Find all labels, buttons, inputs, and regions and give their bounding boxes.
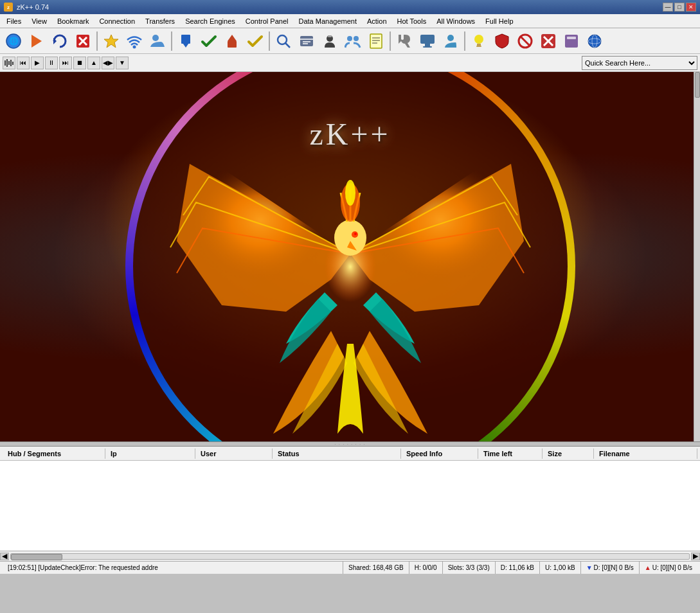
upload-button[interactable] xyxy=(221,30,243,52)
svg-rect-48 xyxy=(10,60,12,66)
pack-button[interactable] xyxy=(561,30,582,52)
maximize-button[interactable]: □ xyxy=(674,3,685,12)
transport-down[interactable]: ▼ xyxy=(116,57,129,69)
status-download: D: 11,06 kB xyxy=(496,562,540,574)
status-log: [19:02:51] [UpdateCheck]Error: The reque… xyxy=(3,562,343,574)
svg-rect-41 xyxy=(567,37,576,39)
transport-prev-next[interactable]: ◀▶ xyxy=(102,57,114,69)
toolbar-separator-3 xyxy=(269,31,270,51)
main-content: zK++ xyxy=(0,72,700,441)
svg-point-55 xyxy=(345,180,355,206)
resize-handle[interactable]: · · · · · · · · xyxy=(0,441,700,447)
download-button[interactable] xyxy=(175,30,197,52)
svg-marker-7 xyxy=(104,35,118,48)
svg-point-31 xyxy=(447,35,454,41)
menu-files[interactable]: Files xyxy=(1,16,26,26)
scroll-left-button[interactable]: ◀ xyxy=(0,553,9,560)
col-filename: Filename xyxy=(594,449,697,459)
svg-point-9 xyxy=(152,35,159,41)
users-button[interactable] xyxy=(342,30,364,52)
usermgr-button[interactable] xyxy=(440,30,462,52)
app-icon: z xyxy=(4,3,13,12)
svg-marker-12 xyxy=(228,35,237,41)
lamp-button[interactable] xyxy=(468,30,490,52)
menu-transfers[interactable]: Transfers xyxy=(140,16,180,26)
check-queue-button[interactable] xyxy=(198,30,220,52)
transport-skip-forward[interactable]: ⏭ xyxy=(59,57,72,69)
status-slots: Slots: 3/3 (3/3) xyxy=(443,562,496,574)
reconnect-button[interactable] xyxy=(49,30,71,52)
minimize-button[interactable]: — xyxy=(663,3,673,12)
menu-view[interactable]: View xyxy=(26,16,52,26)
svg-point-53 xyxy=(354,233,357,235)
menu-all-windows[interactable]: All Windows xyxy=(431,16,480,26)
toolbar-separator-4 xyxy=(390,31,391,51)
search-spy-button[interactable] xyxy=(296,30,318,52)
globe-button[interactable] xyxy=(584,30,606,52)
svg-rect-46 xyxy=(6,59,8,67)
quick-connect-button[interactable] xyxy=(26,30,48,52)
transfer-table-header: Hub / Segments Ip User Status Speed Info… xyxy=(0,447,700,461)
menu-control-panel[interactable]: Control Panel xyxy=(240,16,294,26)
menu-bar: Files View Bookmark Connection Transfers… xyxy=(0,14,700,28)
notepad-button[interactable] xyxy=(365,30,387,52)
svg-rect-45 xyxy=(4,60,6,66)
transport-up[interactable]: ▲ xyxy=(87,57,100,69)
svg-point-42 xyxy=(588,35,601,48)
svg-line-15 xyxy=(285,43,290,48)
menu-hot-tools[interactable]: Hot Tools xyxy=(392,16,432,26)
close-button[interactable]: ✕ xyxy=(686,3,696,12)
svg-marker-11 xyxy=(181,41,190,48)
status-dl-status: ▼ D: [0][N] 0 B/s xyxy=(581,562,640,574)
status-bar: [19:02:51] [UpdateCheck]Error: The reque… xyxy=(0,561,700,574)
favorite-dirs-button[interactable] xyxy=(100,30,122,52)
toolbar-separator-2 xyxy=(171,31,172,51)
network-button[interactable] xyxy=(417,30,438,52)
check-upload-button[interactable] xyxy=(244,30,266,52)
transport-bar: ⏮ ▶ ⏸ ⏭ ⏹ ▲ ◀▶ ▼ Quick Search Here... xyxy=(0,54,700,72)
transfer-table-body[interactable] xyxy=(0,461,700,551)
splash-background: zK++ xyxy=(0,72,700,441)
svg-point-23 xyxy=(354,36,359,41)
col-hub-segments: Hub / Segments xyxy=(3,449,105,459)
svg-rect-47 xyxy=(8,61,10,65)
transport-skip-back[interactable]: ⏮ xyxy=(17,57,30,69)
search-button[interactable] xyxy=(273,30,294,52)
svg-rect-16 xyxy=(300,36,313,46)
status-ul-status: ▲ U: [0][N] 0 B/s xyxy=(640,562,697,574)
menu-search-engines[interactable]: Search Engines xyxy=(180,16,240,26)
wifi-button[interactable] xyxy=(123,30,145,52)
scroll-right-button[interactable]: ▶ xyxy=(691,553,700,560)
menu-connection[interactable]: Connection xyxy=(94,16,140,26)
userlist-button[interactable] xyxy=(147,30,168,52)
transport-pause[interactable]: ⏸ xyxy=(45,57,58,69)
svg-rect-13 xyxy=(228,41,237,48)
splash-title: zK++ xyxy=(309,116,390,152)
svg-rect-21 xyxy=(328,35,332,37)
toolbar-separator-5 xyxy=(464,31,465,51)
status-upload: U: 1,00 kB xyxy=(540,562,581,574)
menu-bookmark[interactable]: Bookmark xyxy=(52,16,94,26)
remove-button[interactable] xyxy=(537,30,559,52)
agent-button[interactable] xyxy=(319,30,341,52)
svg-point-32 xyxy=(474,35,483,44)
tools-button[interactable] xyxy=(393,30,415,52)
menu-full-help[interactable]: Full Help xyxy=(480,16,518,26)
menu-action[interactable]: Action xyxy=(362,16,392,26)
shield-button[interactable] xyxy=(491,30,513,52)
svg-point-22 xyxy=(347,36,352,41)
col-ip: Ip xyxy=(105,449,195,459)
menu-data-management[interactable]: Data Management xyxy=(293,16,362,26)
svg-marker-2 xyxy=(31,35,42,48)
scroll-thumb[interactable] xyxy=(11,554,62,560)
svg-rect-34 xyxy=(476,46,481,47)
svg-text:🌐: 🌐 xyxy=(9,36,19,46)
horizontal-scrollbar[interactable]: ◀ ▶ xyxy=(0,551,700,561)
ban-button[interactable] xyxy=(514,30,536,52)
transport-stop[interactable]: ⏹ xyxy=(73,57,86,69)
transport-play[interactable]: ▶ xyxy=(31,57,44,69)
quick-search-input[interactable]: Quick Search Here... xyxy=(582,56,697,70)
new-connection-button[interactable]: 🌐 xyxy=(3,30,24,52)
col-status: Status xyxy=(273,449,401,459)
disconnect-button[interactable] xyxy=(72,30,94,52)
